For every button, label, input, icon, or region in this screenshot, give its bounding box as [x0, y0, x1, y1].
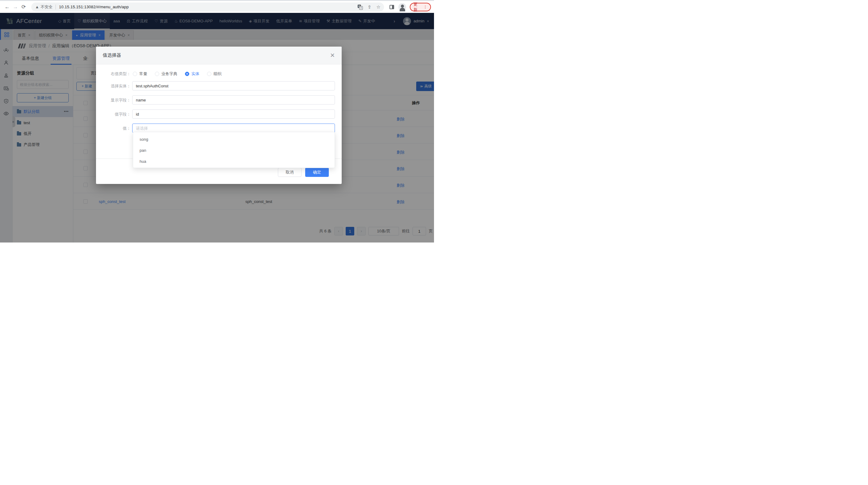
- dropdown-option-song[interactable]: song: [133, 134, 335, 145]
- right-value-type-label: 右值类型：: [96, 71, 131, 77]
- value-field-row: 值字段：: [96, 109, 342, 119]
- display-field-input[interactable]: [132, 95, 335, 104]
- select-entity-row: 选择实体：: [96, 81, 342, 91]
- update-label: 更新: [413, 2, 421, 12]
- value-dropdown: song pan hua: [133, 132, 335, 168]
- radio-circle-icon: [133, 72, 137, 76]
- bookmark-star-icon[interactable]: ☆: [376, 4, 380, 10]
- radio-entity[interactable]: 实体: [185, 71, 199, 77]
- radio-constant[interactable]: 常量: [133, 71, 147, 77]
- chrome-update-button[interactable]: 更新 ⋮: [410, 3, 431, 11]
- browser-profile-avatar[interactable]: [398, 3, 406, 11]
- radio-circle-icon: [207, 72, 211, 76]
- select-entity-input[interactable]: [132, 81, 335, 91]
- browser-toolbar: ← → ⟳ ▲ 不安全 10.15.15.151:13082/#/menu_au…: [0, 0, 434, 13]
- value-field-label: 值字段：: [96, 111, 131, 117]
- dropdown-option-hua[interactable]: hua: [133, 156, 335, 167]
- translate-icon[interactable]: [358, 5, 363, 9]
- back-icon[interactable]: ←: [3, 4, 11, 10]
- radio-circle-icon: [185, 72, 189, 76]
- value-selector-dialog: 值选择器 ✕ 右值类型： 常量 业务字典 实体: [96, 46, 342, 184]
- cancel-button[interactable]: 取消: [278, 168, 302, 177]
- value-select-input[interactable]: [132, 124, 335, 133]
- value-row: 值：: [96, 124, 342, 133]
- dropdown-option-pan[interactable]: pan: [133, 145, 335, 156]
- radio-organization[interactable]: 组织: [207, 71, 221, 77]
- value-field-input[interactable]: [132, 109, 335, 119]
- display-field-row: 显示字段：: [96, 95, 342, 104]
- screen: ← → ⟳ ▲ 不安全 10.15.15.151:13082/#/menu_au…: [0, 0, 434, 243]
- address-bar[interactable]: ▲ 不安全 10.15.15.151:13082/#/menu_auth/app…: [31, 2, 384, 12]
- right-value-type-row: 右值类型： 常量 业务字典 实体: [96, 71, 342, 76]
- confirm-button[interactable]: 确定: [305, 168, 329, 177]
- dialog-close-icon[interactable]: ✕: [330, 52, 335, 59]
- display-field-label: 显示字段：: [96, 97, 131, 103]
- dialog-title: 值选择器: [103, 53, 121, 58]
- app-viewport: AFCenter ◇首页 ♡组织权限中心 aaa ⚖工作流程 ♡资源 ♨EOS8…: [0, 13, 434, 243]
- forward-icon[interactable]: →: [11, 4, 20, 10]
- value-label: 值：: [96, 126, 131, 131]
- select-entity-label: 选择实体：: [96, 84, 131, 89]
- browser-menu-icon[interactable]: ⋮: [423, 5, 427, 9]
- radio-business-dict[interactable]: 业务字典: [155, 71, 177, 77]
- url-text: 10.15.15.151:13082/#/menu_auth/app: [59, 5, 358, 9]
- side-panel-icon[interactable]: [390, 5, 394, 9]
- not-secure-label: 不安全: [40, 4, 53, 10]
- dialog-header: 值选择器 ✕: [96, 46, 342, 64]
- radio-circle-icon: [155, 72, 159, 76]
- not-secure-warning-icon: ▲: [35, 5, 39, 9]
- share-icon[interactable]: ⇧: [367, 4, 371, 10]
- reload-icon[interactable]: ⟳: [20, 4, 28, 10]
